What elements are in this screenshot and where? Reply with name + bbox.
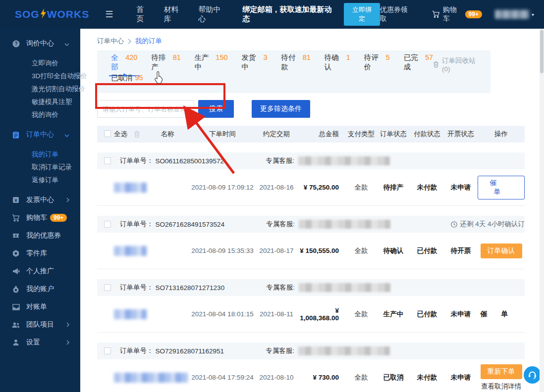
sidebar-subitem-laser-cut-quote[interactable]: 激光切割自动报价 xyxy=(0,83,80,96)
nav-cart-link[interactable]: 购物车 99+ xyxy=(432,5,482,23)
cart-icon xyxy=(432,10,440,18)
trash-icon[interactable] xyxy=(134,131,145,138)
coupon-claim-link[interactable]: 优惠券领取 xyxy=(380,5,413,23)
order-checkbox[interactable] xyxy=(104,347,111,354)
cart-label: 购物车 xyxy=(443,5,462,23)
tab-cancelled[interactable]: 已取消 95 xyxy=(111,73,143,87)
sidebar-subitem-repair-orders[interactable]: 返修订单 xyxy=(0,174,80,187)
sidebar-item-my-coupons[interactable]: ¥ 我的优惠券 xyxy=(0,227,80,245)
order-data-row: 2021-08-09 15:35:33 2021-08-17 ¥ 150,555… xyxy=(97,233,525,269)
order-group: 订单单号： SO7131628071271230 专属客服: 2021-08-0… xyxy=(97,279,525,333)
nav-item-help[interactable]: 帮助中心 xyxy=(199,5,227,24)
tab-label: 全部 xyxy=(111,53,123,72)
sidebar-item-label: 我的账户 xyxy=(26,285,54,294)
select-all-checkbox[interactable] xyxy=(104,130,111,137)
tab-count: 3 xyxy=(263,53,267,61)
order-recycle-bin-link[interactable]: 订单回收站 (0) xyxy=(433,56,482,73)
bind-email-notice: 绑定邮箱，获取速加最新动态 xyxy=(243,5,336,24)
tab-label: 待评价 xyxy=(364,53,383,72)
payment-type: 全款 xyxy=(346,310,377,319)
tab-count: 1 xyxy=(346,53,350,61)
hamburger-menu-icon[interactable]: ☰ xyxy=(105,9,113,20)
sidebar-subitem-agile-mold[interactable]: 敏捷模具注塑 xyxy=(0,96,80,108)
header-actions: 操作 xyxy=(478,130,525,139)
order-name-redacted[interactable] xyxy=(114,246,147,256)
nav-item-materials[interactable]: 材料库 xyxy=(164,5,185,24)
order-name-redacted[interactable] xyxy=(114,183,147,193)
search-button[interactable]: 搜索 xyxy=(198,100,234,118)
tab-count: 57 xyxy=(425,53,433,61)
sidebar-item-cart[interactable]: 购物车 99+ xyxy=(0,209,80,227)
tab-count: 95 xyxy=(135,74,143,82)
tab-count: 81 xyxy=(303,53,311,61)
payment-status: 已付款 xyxy=(410,246,444,255)
breadcrumb-separator-icon xyxy=(128,39,131,44)
inbox-icon xyxy=(12,303,20,311)
username-redacted[interactable] xyxy=(495,10,529,19)
tab-pending-review[interactable]: 待评价 5 xyxy=(364,53,390,76)
sidebar-item-settings[interactable]: 设置 xyxy=(0,334,80,351)
payment-type: 全款 xyxy=(346,246,377,255)
sidebar-subitem-my-orders[interactable]: 我的订单 xyxy=(0,148,80,161)
order-status: 已取消 xyxy=(377,373,410,382)
help-chat-button[interactable] xyxy=(524,366,541,384)
tab-all[interactable]: 全部 420 xyxy=(111,53,137,76)
breadcrumb-parent[interactable]: 订单中心 xyxy=(97,37,124,46)
order-checkbox[interactable] xyxy=(104,284,111,291)
sidebar-item-personal-promotion[interactable]: 个人推广 xyxy=(0,262,80,280)
sidebar-item-label: 我的优惠券 xyxy=(26,231,61,240)
vertical-scrollbar[interactable] xyxy=(540,29,544,392)
search-row: 搜索 更多筛选条件 xyxy=(97,100,525,118)
order-checkbox[interactable] xyxy=(104,221,111,228)
sidebar-item-statement[interactable]: 对账单 xyxy=(0,298,80,316)
sidebar-subitem-my-inquiries[interactable]: 我的询价 xyxy=(0,108,80,121)
sidebar-subitem-3d-print-quote[interactable]: 3D打印全自动报价 xyxy=(0,70,80,83)
sidebar-item-inquiry-center[interactable]: ? 询价中心 xyxy=(0,35,80,52)
tab-shipping[interactable]: 发货中 3 xyxy=(242,53,268,76)
header-select-all[interactable]: 全选 xyxy=(114,130,134,139)
user-dropdown-caret-icon[interactable]: ▾ xyxy=(532,12,534,17)
urge-order-link[interactable]: 催单 xyxy=(481,310,522,318)
order-summary-row: 订单单号： SO7131628071271230 专属客服: xyxy=(97,279,525,296)
order-name-redacted[interactable] xyxy=(114,309,147,319)
headset-icon xyxy=(528,370,537,380)
sidebar-item-invoice-center[interactable]: ¥ 发票中心 xyxy=(0,191,80,209)
sidebar-item-label: 零件库 xyxy=(26,249,47,258)
question-circle-icon: ? xyxy=(12,40,20,48)
more-filters-button[interactable]: 更多筛选条件 xyxy=(252,100,310,118)
nav-item-home[interactable]: 首页 xyxy=(136,5,150,24)
scrollbar-thumb[interactable] xyxy=(540,30,544,73)
reorder-button[interactable]: 重新下单 xyxy=(481,364,522,379)
bind-now-button[interactable]: 立即绑定 xyxy=(344,3,380,26)
order-checkbox[interactable] xyxy=(104,157,111,164)
customer-service-redacted xyxy=(298,346,390,355)
tab-completed[interactable]: 已完成 57 xyxy=(404,53,433,76)
logo[interactable]: SOG WORKS xyxy=(15,8,89,21)
sidebar-item-label: 个人推广 xyxy=(26,267,54,276)
order-time: 2021-08-09 15:35:33 xyxy=(190,247,255,254)
tab-pending-confirmation[interactable]: 待确认 1 xyxy=(325,53,350,76)
sidebar-subitem-quote-now[interactable]: 立即询价 xyxy=(0,57,80,70)
sidebar-item-label: 订单中心 xyxy=(26,130,54,139)
urge-order-button[interactable]: 催单 xyxy=(478,176,525,199)
order-number: SO7291628071162951 xyxy=(156,347,224,355)
chevron-right-icon xyxy=(66,196,69,204)
sidebar-item-my-account[interactable]: 我的账户 xyxy=(0,280,80,298)
sidebar-item-team-projects[interactable]: 团队项目 xyxy=(0,316,80,334)
sidebar-item-label: 对账单 xyxy=(26,302,47,311)
order-search-input[interactable] xyxy=(97,100,194,118)
order-time: 2021-08-09 17:09:12 xyxy=(190,184,255,191)
order-name-redacted[interactable] xyxy=(114,373,188,383)
chevron-right-icon xyxy=(66,321,69,329)
view-cancel-details-link[interactable]: 查看取消详情 xyxy=(481,382,521,391)
total-amount: ¥ 75,250.00 xyxy=(298,184,346,191)
sidebar-item-parts-library[interactable]: 零件库 xyxy=(0,245,80,262)
sidebar-subitem-cancelled-orders[interactable]: 取消订单记录 xyxy=(0,161,80,174)
customer-service-label: 专属客服: xyxy=(266,220,295,229)
sidebar-item-order-center[interactable]: 订单中心 xyxy=(0,126,80,144)
tab-pending-scheduling[interactable]: 待排产 81 xyxy=(151,53,180,76)
tab-pending-payment[interactable]: 待付款 81 xyxy=(281,53,310,76)
clipboard-icon xyxy=(12,131,20,139)
tab-in-production[interactable]: 生产中 150 xyxy=(195,53,228,76)
confirm-order-button[interactable]: 订单确认 xyxy=(481,244,522,258)
